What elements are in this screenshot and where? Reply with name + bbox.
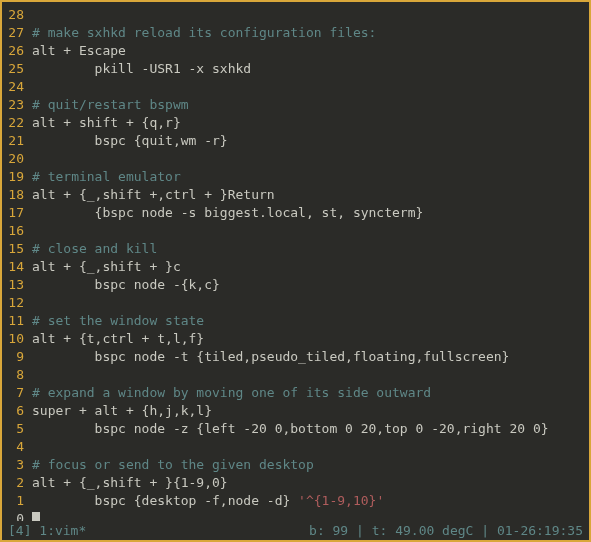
editor-line: 24 [2,78,583,96]
line-content: {bspc node -s biggest.local, st, syncter… [32,204,583,222]
line-content [32,294,583,312]
code-token: # close and kill [32,241,157,256]
line-content: alt + Escape [32,42,583,60]
line-number: 19 [2,168,32,186]
line-number: 26 [2,42,32,60]
status-right: b: 99 | t: 49.00 degC | 01-26:19:35 [86,521,583,540]
editor-line: 26alt + Escape [2,42,583,60]
line-number: 12 [2,294,32,312]
editor-line: 22alt + shift + {q,r} [2,114,583,132]
line-content: # focus or send to the given desktop [32,456,583,474]
code-token: alt + shift + {q,r} [32,115,181,130]
line-content: # terminal emulator [32,168,583,186]
editor-line: 3# focus or send to the given desktop [2,456,583,474]
line-number: 17 [2,204,32,222]
cursor [32,512,40,521]
line-number: 7 [2,384,32,402]
editor-line: 25 pkill -USR1 -x sxhkd [2,60,583,78]
editor-line: 27# make sxhkd reload its configuration … [2,24,583,42]
editor-line: 19# terminal emulator [2,168,583,186]
line-number: 15 [2,240,32,258]
status-left: [4] 1:vim* [8,521,86,540]
code-token: '^{1-9,10}' [298,493,384,508]
line-content: alt + {t,ctrl + t,l,f} [32,330,583,348]
code-token: alt + {_,shift +,ctrl + }Return [32,187,275,202]
line-content: bspc {desktop -f,node -d} '^{1-9,10}' [32,492,583,510]
editor-line: 12 [2,294,583,312]
line-number: 3 [2,456,32,474]
editor-line: 23# quit/restart bspwm [2,96,583,114]
line-number: 11 [2,312,32,330]
code-token: super + alt + {h,j,k,l} [32,403,212,418]
line-content: # quit/restart bspwm [32,96,583,114]
editor-line: 17 {bspc node -s biggest.local, st, sync… [2,204,583,222]
editor-line: 11# set the window state [2,312,583,330]
code-token: # expand a window by moving one of its s… [32,385,431,400]
line-content [32,510,583,521]
line-number: 21 [2,132,32,150]
line-content: pkill -USR1 -x sxhkd [32,60,583,78]
code-token: # terminal emulator [32,169,181,184]
code-token: alt + {_,shift + }{1-9,0} [32,475,228,490]
line-content: bspc node -z {left -20 0,bottom 0 20,top… [32,420,583,438]
line-number: 10 [2,330,32,348]
line-number: 18 [2,186,32,204]
editor-line: 20 [2,150,583,168]
line-content: bspc {quit,wm -r} [32,132,583,150]
line-content: bspc node -{k,c} [32,276,583,294]
line-number: 2 [2,474,32,492]
line-content: alt + {_,shift + }{1-9,0} [32,474,583,492]
line-number: 28 [2,6,32,24]
code-token: alt + Escape [32,43,126,58]
code-token: # make sxhkd reload its configuration fi… [32,25,376,40]
tmux-statusbar: [4] 1:vim* b: 99 | t: 49.00 degC | 01-26… [2,521,589,540]
code-token: # set the window state [32,313,204,328]
code-token: bspc node -z {left -20 0,bottom 0 20,top… [32,421,549,436]
line-content [32,366,583,384]
code-token: bspc node -{k,c} [32,277,220,292]
terminal-frame: 2827# make sxhkd reload its configuratio… [0,0,591,542]
line-content: alt + {_,shift +,ctrl + }Return [32,186,583,204]
editor-line: 15# close and kill [2,240,583,258]
editor-line: 1 bspc {desktop -f,node -d} '^{1-9,10}' [2,492,583,510]
line-number: 8 [2,366,32,384]
editor-line: 18alt + {_,shift +,ctrl + }Return [2,186,583,204]
line-content [32,438,583,456]
line-content: # close and kill [32,240,583,258]
line-content: alt + shift + {q,r} [32,114,583,132]
editor-line: 9 bspc node -t {tiled,pseudo_tiled,float… [2,348,583,366]
editor-line: 2alt + {_,shift + }{1-9,0} [2,474,583,492]
line-content: alt + {_,shift + }c [32,258,583,276]
line-number: 24 [2,78,32,96]
line-number: 23 [2,96,32,114]
line-content [32,6,583,24]
line-content: bspc node -t {tiled,pseudo_tiled,floatin… [32,348,583,366]
line-content: # set the window state [32,312,583,330]
line-content [32,222,583,240]
editor-line: 7# expand a window by moving one of its … [2,384,583,402]
line-content [32,150,583,168]
line-number: 1 [2,492,32,510]
code-token: pkill -USR1 -x sxhkd [32,61,251,76]
line-number: 5 [2,420,32,438]
editor-line: 0 [2,510,583,521]
editor-line: 28 [2,6,583,24]
line-content: # expand a window by moving one of its s… [32,384,583,402]
editor-line: 6super + alt + {h,j,k,l} [2,402,583,420]
line-content: super + alt + {h,j,k,l} [32,402,583,420]
editor-line: 8 [2,366,583,384]
line-number: 9 [2,348,32,366]
code-token: bspc {quit,wm -r} [32,133,228,148]
code-token: # focus or send to the given desktop [32,457,314,472]
editor-line: 10alt + {t,ctrl + t,l,f} [2,330,583,348]
vim-editor[interactable]: 2827# make sxhkd reload its configuratio… [2,2,589,521]
editor-line: 14alt + {_,shift + }c [2,258,583,276]
line-number: 20 [2,150,32,168]
editor-line: 16 [2,222,583,240]
line-content [32,78,583,96]
code-token: alt + {t,ctrl + t,l,f} [32,331,204,346]
code-token: {bspc node -s biggest.local, st, syncter… [32,205,423,220]
line-number: 14 [2,258,32,276]
editor-line: 4 [2,438,583,456]
line-number: 16 [2,222,32,240]
